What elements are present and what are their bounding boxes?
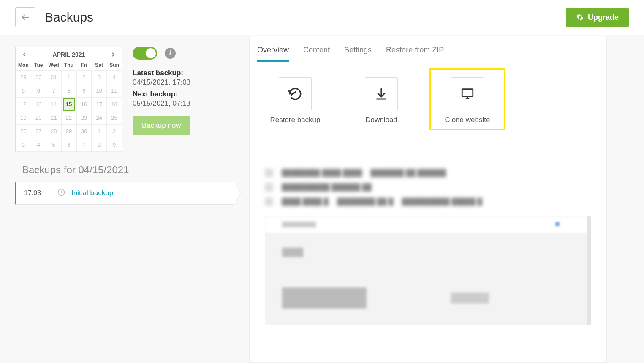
monitor-icon <box>460 87 475 101</box>
calendar-day[interactable]: 31 <box>46 71 61 84</box>
arrow-left-icon <box>21 13 30 22</box>
calendar-day[interactable]: 8 <box>61 84 76 98</box>
calendar-day[interactable]: 3 <box>16 138 31 152</box>
calendar-row: APRIL 2021 MonTueWedThuFriSatSun 2930311… <box>15 47 235 152</box>
page-title: Backups <box>45 10 93 25</box>
calendar-header: APRIL 2021 <box>16 47 122 60</box>
calendar-day[interactable]: 18 <box>107 98 122 111</box>
calendar-weekday: Sun <box>107 60 122 71</box>
calendar-day[interactable]: 23 <box>76 111 92 125</box>
toggle-row: i <box>133 47 235 60</box>
actions-row: Restore backup Download Clone website <box>250 62 606 140</box>
gear-icon <box>576 14 584 21</box>
left-panel: APRIL 2021 MonTueWedThuFriSatSun 2930311… <box>0 35 249 363</box>
calendar-day[interactable]: 17 <box>92 98 107 111</box>
restore-icon <box>288 87 302 101</box>
calendar-day[interactable]: 12 <box>16 98 31 111</box>
backup-now-button[interactable]: Backup now <box>133 116 190 135</box>
restore-backup-label: Restore backup <box>270 115 320 125</box>
upgrade-button[interactable]: Upgrade <box>566 8 629 27</box>
site-preview <box>265 216 591 325</box>
calendar-day[interactable]: 9 <box>76 84 92 98</box>
svg-rect-4 <box>462 89 473 96</box>
calendar-day[interactable]: 4 <box>31 138 46 152</box>
backup-meta-column: i Latest backup: 04/15/2021, 17:03 Next … <box>133 47 235 135</box>
topbar: Backups Upgrade <box>0 0 644 35</box>
calendar-weekday: Sat <box>92 60 107 71</box>
next-backup-label: Next backup: <box>133 90 235 99</box>
blurred-details: ████████ ████ ███████████ ██ ██████ ████… <box>250 158 606 206</box>
info-icon[interactable]: i <box>165 48 176 59</box>
calendar-day[interactable]: 5 <box>46 138 61 152</box>
calendar-day[interactable]: 2 <box>76 71 92 84</box>
calendar-day[interactable]: 21 <box>46 111 61 125</box>
calendar-weekday: Wed <box>46 60 61 71</box>
calendar-weekday: Tue <box>31 60 46 71</box>
calendar-day[interactable]: 15 <box>61 98 76 111</box>
calendar-day[interactable]: 7 <box>46 84 61 98</box>
calendar-next[interactable] <box>109 50 118 59</box>
calendar-day[interactable]: 6 <box>31 84 46 98</box>
calendar-day[interactable]: 19 <box>16 111 31 125</box>
divider <box>265 149 591 149</box>
back-button[interactable] <box>15 7 35 27</box>
tab-restore-zip[interactable]: Restore from ZIP <box>386 46 444 62</box>
calendar-day[interactable]: 11 <box>107 84 122 98</box>
download-label: Download <box>365 115 397 125</box>
calendar-day[interactable]: 22 <box>61 111 76 125</box>
calendar-day[interactable]: 13 <box>31 98 46 111</box>
clone-website-label: Clone website <box>445 115 490 125</box>
chevron-left-icon <box>22 52 27 57</box>
main: APRIL 2021 MonTueWedThuFriSatSun 2930311… <box>0 35 644 363</box>
calendar-day[interactable]: 16 <box>76 98 92 111</box>
tab-content[interactable]: Content <box>303 46 330 62</box>
calendar-day[interactable]: 27 <box>31 125 46 138</box>
calendar-prev[interactable] <box>20 50 29 59</box>
calendar-day[interactable]: 3 <box>92 71 107 84</box>
calendar-day[interactable]: 29 <box>16 71 31 84</box>
calendar-day[interactable]: 29 <box>61 125 76 138</box>
clock-icon <box>57 188 65 198</box>
download-icon <box>375 87 388 101</box>
scrollbar[interactable] <box>587 216 591 325</box>
calendar-day[interactable]: 14 <box>46 98 61 111</box>
download-action[interactable]: Download <box>356 77 407 125</box>
chevron-right-icon <box>111 52 115 57</box>
latest-backup-value: 04/15/2021, 17:03 <box>133 78 235 87</box>
calendar-day[interactable]: 7 <box>76 138 92 152</box>
calendar-day[interactable]: 26 <box>16 125 31 138</box>
restore-backup-action[interactable]: Restore backup <box>270 77 321 125</box>
calendar-day[interactable]: 1 <box>92 125 107 138</box>
calendar-day[interactable]: 8 <box>92 138 107 152</box>
calendar-day[interactable]: 6 <box>61 138 76 152</box>
clone-website-action[interactable]: Clone website <box>442 77 493 125</box>
calendar-day[interactable]: 9 <box>107 138 122 152</box>
tab-settings[interactable]: Settings <box>344 46 372 62</box>
calendar-grid: MonTueWedThuFriSatSun 293031123456789101… <box>16 60 122 152</box>
calendar-day[interactable]: 4 <box>107 71 122 84</box>
next-backup-value: 05/15/2021, 07:13 <box>133 99 235 108</box>
calendar-day[interactable]: 24 <box>92 111 107 125</box>
calendar-day[interactable]: 1 <box>61 71 76 84</box>
calendar-day[interactable]: 30 <box>76 125 92 138</box>
calendar-day[interactable]: 2 <box>107 125 122 138</box>
latest-backup-label: Latest backup: <box>133 69 235 77</box>
calendar-day[interactable]: 30 <box>31 71 46 84</box>
upgrade-label: Upgrade <box>588 13 619 22</box>
calendar-day[interactable]: 10 <box>92 84 107 98</box>
calendar-day[interactable]: 5 <box>16 84 31 98</box>
calendar-weekday: Thu <box>61 60 76 71</box>
calendar-day[interactable]: 25 <box>107 111 122 125</box>
calendar-day[interactable]: 28 <box>46 125 61 138</box>
calendar-month: APRIL 2021 <box>53 51 85 58</box>
calendar: APRIL 2021 MonTueWedThuFriSatSun 2930311… <box>15 47 122 152</box>
calendar-weekday: Fri <box>76 60 92 71</box>
calendar-weekday: Mon <box>16 60 31 71</box>
backup-list-item[interactable]: 17:03 Initial backup <box>15 182 235 205</box>
backups-for-heading: Backups for 04/15/2021 <box>22 164 235 176</box>
auto-backup-toggle[interactable] <box>133 47 157 60</box>
calendar-day[interactable]: 20 <box>31 111 46 125</box>
tab-overview[interactable]: Overview <box>257 46 289 62</box>
tabs: Overview Content Settings Restore from Z… <box>250 36 606 62</box>
backup-time: 17:03 <box>24 189 57 197</box>
